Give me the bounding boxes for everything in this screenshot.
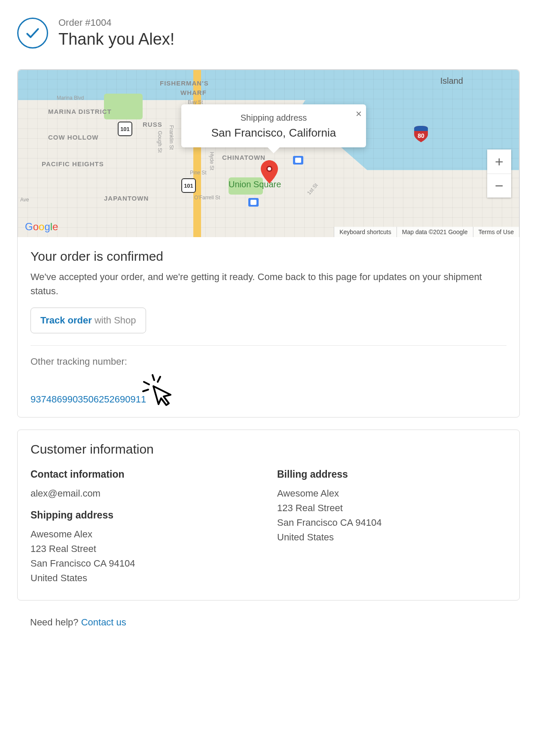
shipping-name: Awesome Alex bbox=[31, 527, 260, 542]
contact-info-heading: Contact information bbox=[31, 469, 260, 480]
close-icon[interactable]: × bbox=[356, 108, 362, 120]
map-label: Marina Blvd bbox=[57, 95, 84, 101]
svg-line-3 bbox=[153, 375, 154, 380]
map-label: Gough St bbox=[157, 131, 163, 153]
map-label: Hyde St bbox=[209, 152, 215, 171]
map-address-popup: × Shipping address San Francisco, Califo… bbox=[181, 104, 366, 147]
confirm-text: We've accepted your order, and we're get… bbox=[31, 270, 506, 298]
order-number: Order #1004 bbox=[58, 17, 174, 28]
tracking-number-link[interactable]: 9374869903506252690911 bbox=[31, 394, 146, 405]
contact-us-link[interactable]: Contact us bbox=[81, 617, 126, 628]
map-label: WHARF bbox=[180, 89, 207, 96]
route-shield-icon: 101 bbox=[181, 178, 196, 193]
track-order-button[interactable]: Track order with Shop bbox=[31, 308, 146, 333]
map-label: Island bbox=[440, 76, 463, 86]
transit-icon bbox=[293, 156, 303, 165]
map-label: PACIFIC HEIGHTS bbox=[42, 160, 104, 168]
cursor-click-icon bbox=[140, 373, 174, 407]
map-label: Franklin St bbox=[168, 125, 174, 149]
keyboard-shortcuts-link[interactable]: Keyboard shortcuts bbox=[334, 227, 397, 237]
map-label: JAPANTOWN bbox=[104, 195, 149, 202]
terms-link[interactable]: Terms of Use bbox=[473, 227, 519, 237]
contact-email: alex@email.com bbox=[31, 486, 260, 501]
shipping-address-heading: Shipping address bbox=[31, 509, 260, 521]
map-label: Pine St bbox=[190, 170, 207, 176]
billing-country: United States bbox=[277, 530, 506, 545]
svg-point-2 bbox=[268, 167, 271, 171]
interstate-shield-icon: 80 bbox=[413, 126, 429, 142]
map-label: MARINA DISTRICT bbox=[48, 108, 112, 115]
order-confirm-card: FISHERMAN'S WHARF Marina Blvd MARINA DIS… bbox=[17, 69, 520, 418]
map-label: COW HOLLOW bbox=[48, 134, 98, 141]
zoom-in-button[interactable]: + bbox=[487, 149, 511, 174]
map-data-text: Map data ©2021 Google bbox=[397, 227, 473, 237]
tracking-label: Other tracking number: bbox=[31, 356, 506, 367]
popup-location: San Francisco, California bbox=[189, 126, 358, 140]
shipping-country: United States bbox=[31, 571, 260, 585]
map-label: CHINATOWN bbox=[222, 154, 265, 161]
map-label: RUSS bbox=[143, 121, 162, 128]
customer-info-card: Customer information Contact information… bbox=[17, 430, 520, 601]
route-shield-icon: 101 bbox=[118, 122, 132, 136]
billing-address-heading: Billing address bbox=[277, 469, 506, 480]
customer-info-title: Customer information bbox=[31, 442, 506, 457]
map[interactable]: FISHERMAN'S WHARF Marina Blvd MARINA DIS… bbox=[18, 70, 519, 237]
billing-name: Awesome Alex bbox=[277, 486, 506, 501]
zoom-out-button[interactable]: − bbox=[487, 174, 511, 198]
shipping-city: San Francisco CA 94104 bbox=[31, 556, 260, 571]
thank-you-heading: Thank you Alex! bbox=[58, 30, 174, 49]
svg-line-6 bbox=[143, 390, 148, 391]
map-label: O'Farrell St bbox=[194, 195, 220, 201]
map-label: Ave bbox=[20, 197, 29, 203]
divider bbox=[31, 345, 506, 346]
svg-line-5 bbox=[158, 377, 160, 382]
map-label: FISHERMAN'S bbox=[160, 79, 209, 87]
map-pin-icon bbox=[261, 160, 278, 183]
map-zoom-control: + − bbox=[487, 149, 511, 198]
transit-icon bbox=[248, 198, 259, 207]
shipping-street: 123 Real Street bbox=[31, 542, 260, 556]
success-check-icon bbox=[17, 18, 48, 49]
help-line: Need help? Contact us bbox=[17, 613, 520, 632]
map-attribution: Keyboard shortcuts Map data ©2021 Google… bbox=[334, 227, 519, 237]
google-logo: Google bbox=[25, 221, 58, 233]
popup-title: Shipping address bbox=[189, 113, 358, 123]
svg-line-4 bbox=[144, 382, 149, 384]
svg-text:80: 80 bbox=[418, 132, 424, 139]
order-header: Order #1004 Thank you Alex! bbox=[17, 17, 520, 49]
billing-street: 123 Real Street bbox=[277, 501, 506, 515]
billing-city: San Francisco CA 94104 bbox=[277, 515, 506, 530]
confirm-title: Your order is confirmed bbox=[31, 249, 506, 264]
